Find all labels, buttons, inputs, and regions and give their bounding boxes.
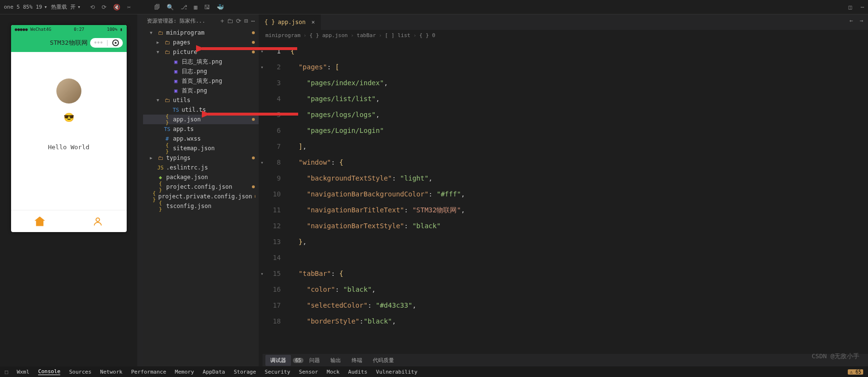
tree-item-tsconfig-json[interactable]: { }tsconfig.json: [143, 201, 259, 211]
breadcrumb-seg[interactable]: tabBar: [357, 32, 376, 39]
phone-content: 😎 Hello World: [11, 52, 127, 210]
breadcrumb-seg[interactable]: [ ] list: [385, 32, 410, 39]
img-icon: ▣: [172, 88, 179, 94]
code-content[interactable]: { "pages": [ "pages/index/index", "pages…: [288, 40, 868, 366]
explorer-title: 资源管理器: 陈家伟...: [147, 17, 205, 25]
inspect-icon[interactable]: ⬚: [5, 369, 8, 375]
tree-item-pages[interactable]: ▶🗀pages: [143, 38, 259, 47]
more-icon[interactable]: ⋯: [861, 4, 864, 11]
user-icon: [92, 216, 103, 227]
debugger-tab-调试器[interactable]: 调试器: [265, 355, 291, 366]
git-modified-icon: [252, 185, 255, 188]
breadcrumb-seg[interactable]: { } 0: [420, 32, 435, 39]
capsule-button[interactable]: ••• |: [90, 38, 123, 48]
devtools-tab-performance[interactable]: Performance: [131, 369, 166, 375]
device-dropdown[interactable]: one 5 85% 19 ▾: [4, 4, 47, 10]
devtools-tab-mock[interactable]: Mock: [327, 369, 340, 375]
panel-divider[interactable]: [137, 14, 143, 366]
rotate-icon[interactable]: ⟲: [90, 4, 95, 11]
tree-item--eslintrc-js[interactable]: JS.eslintrc.js: [143, 163, 259, 172]
js-icon: JS: [157, 165, 164, 171]
phone-title: STM32物联网: [50, 39, 87, 47]
files-icon[interactable]: 🗐: [154, 4, 160, 11]
tree-item-miniprogram[interactable]: ▼🗀miniprogram: [143, 28, 259, 38]
phone-frame: ●●●●● WeChat4G 0:27 100% ▮ STM32物联网 ••• …: [11, 25, 127, 232]
editor-tab-bar: { } app.json ×: [259, 14, 868, 30]
phone-tabbar: [11, 210, 127, 232]
tree-item-------png[interactable]: ▣日志_填充.png: [143, 57, 259, 66]
ext-icon[interactable]: ▦: [194, 4, 197, 11]
cut-icon[interactable]: ✂: [127, 4, 131, 11]
refresh-icon[interactable]: ⟳: [102, 4, 106, 11]
devtools-tab-network[interactable]: Network: [100, 369, 122, 375]
editor-panel: { } app.json × ← → miniprogram›{ } app.j…: [259, 14, 868, 366]
tree-item-------png[interactable]: ▣首页_填充.png: [143, 76, 259, 86]
devtools-tab-wxml[interactable]: Wxml: [17, 369, 30, 375]
devtools-tab-vulnerability[interactable]: Vulnerability: [376, 369, 418, 375]
devtools-tab-sensor[interactable]: Sensor: [299, 369, 318, 375]
devtools-tab-appdata[interactable]: AppData: [203, 369, 225, 375]
file-tree: ▼🗀miniprogram▶🗀pages▼🗀picture▣日志_填充.png▣…: [143, 27, 259, 366]
tab-home[interactable]: [11, 210, 69, 232]
folder-icon: 🗀: [164, 97, 171, 104]
debugger-tab-输出[interactable]: 输出: [326, 355, 346, 366]
tree-item-sitemap-json[interactable]: { }sitemap.json: [143, 143, 259, 153]
tree-item-app-ts[interactable]: TSapp.ts: [143, 124, 259, 134]
devtools-tab-console[interactable]: Console: [38, 368, 60, 375]
new-folder-icon[interactable]: 🗀: [227, 17, 233, 25]
tree-item-typings[interactable]: ▶🗀typings: [143, 153, 259, 163]
tree-item-app-json[interactable]: { }app.json: [143, 115, 259, 124]
tree-item-project-config-json[interactable]: { }project.config.json: [143, 182, 259, 192]
tree-item-app-wxss[interactable]: #app.wxss: [143, 134, 259, 143]
capsule-menu-icon: •••: [94, 39, 103, 46]
tree-item----png[interactable]: ▣日志.png: [143, 66, 259, 76]
devtools-tab-storage[interactable]: Storage: [234, 369, 256, 375]
search-icon[interactable]: 🔍: [167, 4, 174, 11]
collapse-icon[interactable]: ⊟: [244, 17, 248, 25]
tree-item-utils[interactable]: ▼🗀utils: [143, 95, 259, 105]
git-modified-icon: [252, 118, 255, 121]
json-icon: { }: [157, 200, 164, 212]
editor-actions: ← →: [850, 17, 863, 24]
devtools-tab-audits[interactable]: Audits: [348, 369, 368, 375]
status-bar: ⬚ WxmlConsoleSourcesNetworkPerformanceMe…: [0, 366, 868, 377]
split-icon[interactable]: ◫: [849, 4, 852, 11]
close-tab-icon[interactable]: ×: [311, 19, 315, 26]
tree-item-util-ts[interactable]: TSutil.ts: [143, 105, 259, 115]
avatar: [56, 78, 81, 104]
code-area[interactable]: ▾1▾234567▾891011121314▾15161718 { "pages…: [259, 40, 868, 366]
debugger-tab-代码质量[interactable]: 代码质量: [368, 355, 399, 366]
json-icon: { }: [157, 181, 164, 193]
ts-icon: TS: [172, 107, 179, 113]
home-icon: [35, 217, 45, 226]
editor-tab-appjson[interactable]: { } app.json ×: [259, 14, 321, 30]
go-back-icon[interactable]: ←: [850, 17, 853, 24]
branch-icon[interactable]: ⎇: [181, 4, 187, 11]
go-fwd-icon[interactable]: →: [860, 17, 863, 24]
devtools-tab-sources[interactable]: Sources: [69, 369, 91, 375]
refresh-tree-icon[interactable]: ⟳: [236, 17, 241, 25]
more-tree-icon[interactable]: ⋯: [251, 17, 255, 25]
docker-icon[interactable]: 🐳: [217, 4, 224, 11]
mute-icon[interactable]: 🔇: [113, 4, 120, 11]
debugger-tabs: 调试器65问题输出终端代码质量: [263, 354, 868, 366]
watermark: CSDN @无敌小手: [812, 352, 859, 361]
tab-user[interactable]: [69, 210, 127, 232]
devtools-tab-memory[interactable]: Memory: [175, 369, 194, 375]
img-icon: ▣: [172, 68, 179, 75]
tree-item-picture[interactable]: ▼🗀picture: [143, 47, 259, 57]
reload-dropdown[interactable]: 热重载 开 ▾: [51, 3, 80, 11]
save-icon[interactable]: 🖫: [204, 4, 210, 11]
debugger-tab-问题[interactable]: 问题: [304, 355, 325, 366]
warning-badge[interactable]: ⚠ 65: [848, 369, 863, 375]
badge: 65: [293, 358, 303, 363]
debugger-tab-终端[interactable]: 终端: [347, 355, 367, 366]
new-file-icon[interactable]: +: [221, 17, 224, 25]
json-icon: { }: [164, 142, 171, 155]
devtools-tab-security[interactable]: Security: [265, 369, 290, 375]
breadcrumb-seg[interactable]: miniprogram: [265, 32, 301, 39]
breadcrumb[interactable]: miniprogram›{ } app.json›tabBar›[ ] list…: [259, 30, 868, 40]
breadcrumb-seg[interactable]: { } app.json: [309, 32, 347, 39]
tree-item----png[interactable]: ▣首页.png: [143, 86, 259, 95]
explorer-panel: 资源管理器: 陈家伟... + 🗀 ⟳ ⊟ ⋯ ▼🗀miniprogram▶🗀p…: [143, 14, 259, 366]
